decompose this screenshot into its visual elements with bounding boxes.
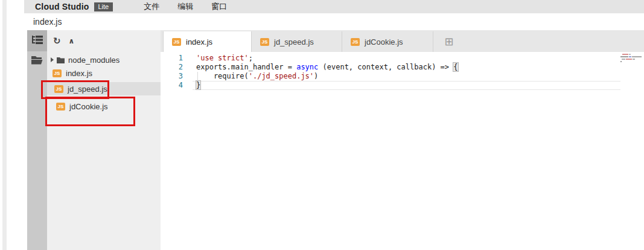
folder-icon <box>57 57 65 63</box>
tree-item-index-js[interactable]: JSindex.js <box>47 66 161 80</box>
js-file-icon: JS <box>351 38 360 46</box>
explorer-button[interactable] <box>27 53 47 69</box>
tab-label: jdCookie.js <box>365 37 403 46</box>
line-number: 1 <box>161 54 183 63</box>
matched-bracket: } <box>196 81 200 89</box>
code-keyword: async <box>296 63 318 71</box>
tab-label: jd_speed.js <box>274 37 314 46</box>
tree-view-icon <box>32 35 43 47</box>
code-line: 2exports.main_handler = async (event, co… <box>161 63 644 72</box>
code-text: require('./jd_speed.js') <box>183 72 318 81</box>
code-plain: require( <box>196 72 249 80</box>
tab-index-js[interactable]: JSindex.js <box>163 31 252 52</box>
breadcrumb-bar: index.js <box>24 13 644 30</box>
menu-item-0[interactable]: 文件 <box>135 0 168 13</box>
js-file-icon: JS <box>53 69 62 77</box>
tree-view-button[interactable] <box>27 30 47 51</box>
refresh-icon[interactable]: ↻ <box>53 36 61 45</box>
tab-label: index.js <box>186 37 212 46</box>
line-number: 4 <box>161 81 183 90</box>
line-number: 2 <box>161 63 183 72</box>
code-line: 3 require('./jd_speed.js') <box>161 72 644 81</box>
breadcrumb: index.js <box>33 17 62 27</box>
menu-item-1[interactable]: 编辑 <box>168 0 202 13</box>
tab-jd_speed-js[interactable]: JSjd_speed.js <box>252 31 342 52</box>
current-line-highlight <box>193 81 620 90</box>
code-plain: ; <box>249 54 253 62</box>
tab-bar: JSindex.jsJSjd_speed.jsJSjdCookie.js ⊞ <box>161 30 644 52</box>
main-area: ↻ ∧ node_modulesJSindex.jsJSjd_speed.jsJ… <box>27 30 644 250</box>
activity-bar <box>27 30 47 250</box>
collapse-icon[interactable]: ∧ <box>69 37 75 45</box>
new-tab-button[interactable]: ⊞ <box>433 31 465 52</box>
cloud-studio-window: Cloud Studio Lite 文件编辑窗口 index.js <box>0 0 644 250</box>
code-line: 1'use strict'; <box>161 54 644 63</box>
code-plain: exports.main_handler = <box>196 63 296 71</box>
explorer-header: ↻ ∧ <box>47 30 161 51</box>
code-plain: (event, context, callback) => <box>318 63 453 71</box>
folder-icon <box>31 56 43 67</box>
code-string: './jd_speed.js' <box>249 72 314 80</box>
tab-jdcookie-js[interactable]: JSjdCookie.js <box>342 31 433 52</box>
explorer-panel: ↻ ∧ node_modulesJSindex.jsJSjd_speed.jsJ… <box>47 30 161 250</box>
editor-group: JSindex.jsJSjd_speed.jsJSjdCookie.js ⊞ 1… <box>161 30 644 250</box>
code-text: 'use strict'; <box>183 54 253 63</box>
code-string: 'use strict' <box>196 54 249 62</box>
code-line: 4} <box>161 81 644 90</box>
code-plain: ) <box>314 72 318 80</box>
indent-guide <box>197 72 198 81</box>
app-logo: Cloud Studio <box>35 2 89 11</box>
js-file-icon: JS <box>260 38 269 46</box>
code-editor[interactable]: 1'use strict';2exports.main_handler = as… <box>161 52 644 250</box>
minimap[interactable] <box>620 52 644 250</box>
tree-item-node_modules[interactable]: node_modules <box>47 53 161 66</box>
code-text: } <box>183 81 200 90</box>
matched-bracket: { <box>453 63 457 71</box>
tree-item-label: node_modules <box>68 56 120 65</box>
line-number: 3 <box>161 72 183 81</box>
annotation-box-jdcookie-js <box>45 97 135 126</box>
menu-bar: Cloud Studio Lite 文件编辑窗口 <box>24 0 644 13</box>
plus-icon: ⊞ <box>444 35 453 48</box>
menu-list: 文件编辑窗口 <box>135 0 236 13</box>
lite-badge: Lite <box>94 2 113 11</box>
expand-arrow-icon[interactable] <box>51 57 54 62</box>
code-text: exports.main_handler = async (event, con… <box>183 63 458 72</box>
menu-item-2[interactable]: 窗口 <box>202 0 236 13</box>
page-edge-strip <box>2 0 7 250</box>
tree-item-label: index.js <box>66 69 92 78</box>
js-file-icon: JS <box>172 38 181 46</box>
